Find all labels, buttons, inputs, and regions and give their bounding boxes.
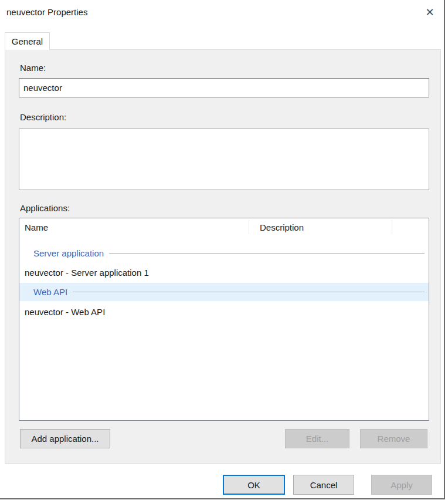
column-divider (249, 220, 249, 234)
description-label: Description: (20, 112, 66, 122)
description-textarea[interactable] (19, 129, 429, 190)
group-label: Web API (33, 287, 67, 297)
add-application-button[interactable]: Add application... (20, 429, 110, 448)
list-item-server-application-1[interactable]: neuvector - Server application 1 (19, 263, 429, 282)
group-label: Server application (33, 248, 104, 258)
applications-label: Applications: (20, 203, 70, 213)
general-tab-panel: Name: Description: Applications: Name De… (5, 49, 441, 464)
name-input[interactable] (19, 78, 429, 97)
name-label: Name: (20, 63, 46, 73)
close-icon[interactable]: ✕ (420, 4, 440, 21)
list-header: Name Description (19, 218, 429, 236)
ok-button[interactable]: OK (223, 475, 285, 495)
column-header-description[interactable]: Description (260, 218, 304, 236)
window-frame (0, 498, 445, 499)
properties-dialog: neuvector Properties ✕ General Name: Des… (0, 0, 448, 500)
list-item-label: neuvector - Server application 1 (25, 268, 149, 278)
group-header-web-api[interactable]: Web API (19, 283, 429, 301)
apply-button: Apply (371, 475, 432, 495)
tab-general-label: General (12, 36, 43, 46)
applications-list: Name Description Server application neuv… (19, 218, 429, 421)
group-rule (109, 253, 425, 254)
remove-button: Remove (360, 429, 427, 448)
column-header-name[interactable]: Name (25, 218, 48, 236)
titlebar: neuvector Properties ✕ (0, 0, 444, 32)
list-item-web-api[interactable]: neuvector - Web API (19, 303, 429, 321)
window-title: neuvector Properties (6, 7, 87, 17)
cancel-button[interactable]: Cancel (293, 475, 354, 495)
window-frame (444, 0, 445, 499)
group-header-server-application[interactable]: Server application (19, 244, 429, 262)
group-rule (73, 292, 425, 292)
list-item-label: neuvector - Web API (25, 307, 105, 317)
tab-general[interactable]: General (5, 32, 50, 50)
edit-button: Edit... (285, 429, 349, 448)
column-divider (392, 220, 392, 234)
